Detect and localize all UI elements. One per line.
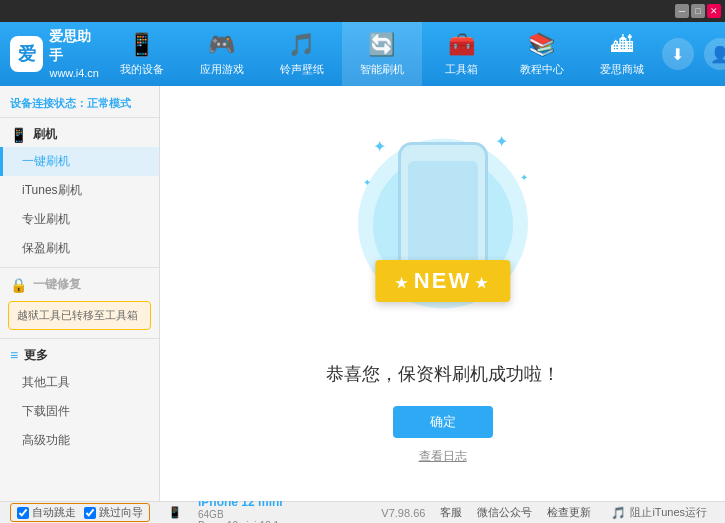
- sparkle-2: ✦: [495, 132, 508, 151]
- rescue-section-icon: 🔒: [10, 277, 27, 293]
- nav-smart-flash[interactable]: 🔄 智能刷机: [342, 22, 422, 86]
- tutorials-icon: 📚: [528, 32, 555, 58]
- status-label: 设备连接状态：: [10, 97, 87, 109]
- logo-icon: 爱: [10, 36, 43, 72]
- nav-tutorials[interactable]: 📚 教程中心: [502, 22, 582, 86]
- nav-ringtones-label: 铃声壁纸: [280, 62, 324, 77]
- jailbreak-notice: 越狱工具已转移至工具箱: [8, 301, 151, 330]
- nav-toolbox-label: 工具箱: [445, 62, 478, 77]
- success-message: 恭喜您，保资料刷机成功啦！: [326, 362, 560, 386]
- header: 爱 爱思助手 www.i4.cn 📱 我的设备 🎮 应用游戏 🎵 铃声壁纸 🔄 …: [0, 22, 725, 86]
- maximize-button[interactable]: □: [691, 4, 705, 18]
- toolbox-icon: 🧰: [448, 32, 475, 58]
- device-icon: 📱: [128, 32, 155, 58]
- section-flash: 📱 刷机: [0, 122, 159, 147]
- skip-guide-label: 跳过向导: [99, 505, 143, 520]
- close-button[interactable]: ✕: [707, 4, 721, 18]
- device-phone-icon: 📱: [168, 506, 182, 519]
- version-label: V7.98.66: [381, 507, 425, 519]
- skip-guide-input[interactable]: [84, 507, 96, 519]
- customer-service-link[interactable]: 客服: [440, 505, 462, 520]
- sidebar: 设备连接状态：正常模式 📱 刷机 一键刷机 iTunes刷机 专业刷机 保盈刷机…: [0, 86, 160, 501]
- sidebar-advanced[interactable]: 高级功能: [0, 426, 159, 455]
- nav-apps-games[interactable]: 🎮 应用游戏: [182, 22, 262, 86]
- goto-log-link[interactable]: 查看日志: [419, 448, 467, 465]
- auto-jump-input[interactable]: [17, 507, 29, 519]
- device-storage: 64GB: [198, 509, 283, 520]
- section-more-title: 更多: [24, 347, 48, 364]
- content-area: ✦ ✦ ✦ ✦ NEW 恭喜您，保资料刷机成功啦！ 确定 查看日志: [160, 86, 725, 501]
- main-area: 设备连接状态：正常模式 📱 刷机 一键刷机 iTunes刷机 专业刷机 保盈刷机…: [0, 86, 725, 501]
- nav-toolbox[interactable]: 🧰 工具箱: [422, 22, 502, 86]
- phone-screen: [408, 161, 478, 271]
- title-bar: ─ □ ✕: [0, 0, 725, 22]
- wishcity-icon: 🏙: [611, 32, 633, 58]
- section-flash-title: 刷机: [33, 126, 57, 143]
- nav-apps-label: 应用游戏: [200, 62, 244, 77]
- status-value: 正常模式: [87, 97, 131, 109]
- auto-jump-label: 自动跳走: [32, 505, 76, 520]
- ringtones-icon: 🎵: [288, 32, 315, 58]
- sidebar-other-tools[interactable]: 其他工具: [0, 368, 159, 397]
- sparkle-1: ✦: [373, 137, 386, 156]
- nav-wishcity-label: 爱思商城: [600, 62, 644, 77]
- more-section-icon: ≡: [10, 347, 18, 363]
- nav-my-device-label: 我的设备: [120, 62, 164, 77]
- nav-wishcity[interactable]: 🏙 爱思商城: [582, 22, 662, 86]
- bottom-right: V7.98.66 客服 微信公众号 检查更新: [381, 505, 591, 520]
- sidebar-download-firmware[interactable]: 下载固件: [0, 397, 159, 426]
- nav-my-device[interactable]: 📱 我的设备: [102, 22, 182, 86]
- brand-name: 爱思助手: [49, 27, 101, 66]
- account-button[interactable]: 👤: [704, 38, 725, 70]
- nav-tutorials-label: 教程中心: [520, 62, 564, 77]
- section-more: ≡ 更多: [0, 343, 159, 368]
- success-illustration: ✦ ✦ ✦ ✦ NEW: [343, 122, 543, 342]
- nav-right: ⬇ 👤: [662, 38, 725, 70]
- nav-ringtones[interactable]: 🎵 铃声壁纸: [262, 22, 342, 86]
- sparkle-4: ✦: [363, 177, 371, 188]
- device-firmware: Down-12mini-13,1: [198, 520, 283, 524]
- divider-2: [0, 338, 159, 339]
- sidebar-one-key-flash[interactable]: 一键刷机: [0, 147, 159, 176]
- logo-text: 爱思助手 www.i4.cn: [49, 27, 101, 82]
- logo-area: 爱 爱思助手 www.i4.cn: [10, 27, 102, 82]
- section-rescue-title: 一键修复: [33, 276, 81, 293]
- auto-jump-checkbox[interactable]: 自动跳走: [17, 505, 76, 520]
- skip-guide-checkbox[interactable]: 跳过向导: [84, 505, 143, 520]
- download-button[interactable]: ⬇: [662, 38, 694, 70]
- nav-bar: 📱 我的设备 🎮 应用游戏 🎵 铃声壁纸 🔄 智能刷机 🧰 工具箱 📚 教程中心…: [102, 22, 662, 86]
- brand-url: www.i4.cn: [49, 66, 101, 81]
- itunes-status: 🎵 阻止iTunes运行: [611, 505, 707, 520]
- sparkle-3: ✦: [520, 172, 528, 183]
- itunes-icon: 🎵: [611, 506, 626, 520]
- nav-flash-label: 智能刷机: [360, 62, 404, 77]
- itunes-label: 阻止iTunes运行: [630, 505, 707, 520]
- flash-section-icon: 📱: [10, 127, 27, 143]
- sidebar-itunes-flash[interactable]: iTunes刷机: [0, 176, 159, 205]
- minimize-button[interactable]: ─: [675, 4, 689, 18]
- divider-1: [0, 267, 159, 268]
- sidebar-pro-flash[interactable]: 专业刷机: [0, 205, 159, 234]
- flash-icon: 🔄: [368, 32, 395, 58]
- check-update-link[interactable]: 检查更新: [547, 505, 591, 520]
- wechat-link[interactable]: 微信公众号: [477, 505, 532, 520]
- new-ribbon: NEW: [375, 260, 510, 302]
- section-rescue: 🔒 一键修复: [0, 272, 159, 297]
- confirm-button[interactable]: 确定: [393, 406, 493, 438]
- bottom-bar: 自动跳走 跳过向导 📱 iPhone 12 mini 64GB Down-12m…: [0, 501, 725, 523]
- connection-status: 设备连接状态：正常模式: [0, 90, 159, 118]
- sidebar-save-flash[interactable]: 保盈刷机: [0, 234, 159, 263]
- apps-icon: 🎮: [208, 32, 235, 58]
